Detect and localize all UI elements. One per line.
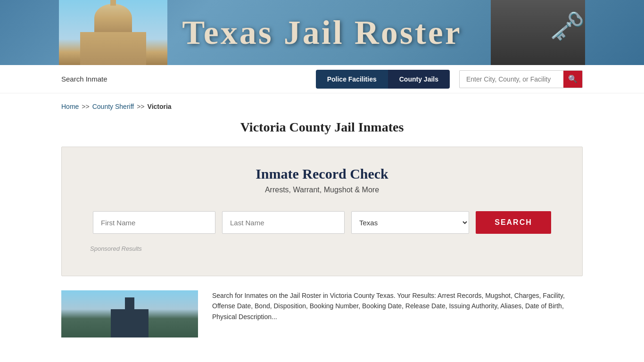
- banner-right-image: 🗝️: [491, 0, 585, 65]
- sponsored-results-label: Sponsored Results: [90, 245, 554, 252]
- state-select[interactable]: AlabamaAlaskaArizonaArkansasCaliforniaCo…: [351, 211, 469, 234]
- inmate-record-title: Inmate Record Check: [90, 166, 554, 182]
- facility-search-bar: 🔍: [459, 70, 583, 88]
- facility-search-button[interactable]: 🔍: [563, 70, 582, 88]
- inmate-search-form: AlabamaAlaskaArizonaArkansasCaliforniaCo…: [90, 211, 554, 234]
- building-silhouette: [111, 309, 149, 337]
- bottom-section: Search for Inmates on the Jail Roster in…: [61, 290, 583, 337]
- page-title: Victoria County Jail Inmates: [0, 120, 644, 135]
- inmate-search-button[interactable]: SEARCH: [476, 211, 551, 234]
- inmate-record-box: Inmate Record Check Arrests, Warrant, Mu…: [61, 147, 583, 276]
- keys-image: 🗝️: [550, 9, 585, 43]
- breadcrumb: Home >> County Sheriff >> Victoria: [0, 93, 644, 115]
- inmate-record-subtitle: Arrests, Warrant, Mugshot & More: [90, 186, 554, 194]
- nav-tabs: Police Facilities County Jails: [316, 70, 450, 89]
- banner-capitol-image: [59, 0, 167, 65]
- breadcrumb-home[interactable]: Home: [61, 103, 79, 110]
- search-inmate-label: Search Inmate: [61, 75, 107, 83]
- capitol-dome: [94, 4, 132, 32]
- tab-county-jails[interactable]: County Jails: [388, 70, 450, 89]
- header-banner: Texas Jail Roster 🗝️: [0, 0, 644, 65]
- last-name-input[interactable]: [222, 211, 345, 234]
- capitol-body: [80, 32, 146, 65]
- navbar: Search Inmate Police Facilities County J…: [0, 65, 644, 93]
- tab-police-facilities[interactable]: Police Facilities: [316, 70, 388, 89]
- facility-search-input[interactable]: [460, 75, 563, 83]
- search-icon: 🔍: [568, 74, 578, 83]
- page-title-wrap: Victoria County Jail Inmates: [0, 115, 644, 147]
- bottom-description: Search for Inmates on the Jail Roster in…: [212, 290, 583, 337]
- breadcrumb-county-sheriff[interactable]: County Sheriff: [92, 103, 134, 110]
- first-name-input[interactable]: [93, 211, 215, 234]
- breadcrumb-sep-1: >>: [82, 103, 89, 110]
- site-title: Texas Jail Roster: [182, 13, 462, 52]
- breadcrumb-sep-2: >>: [137, 103, 144, 110]
- breadcrumb-current: Victoria: [148, 103, 172, 110]
- victoria-county-image: [61, 290, 198, 337]
